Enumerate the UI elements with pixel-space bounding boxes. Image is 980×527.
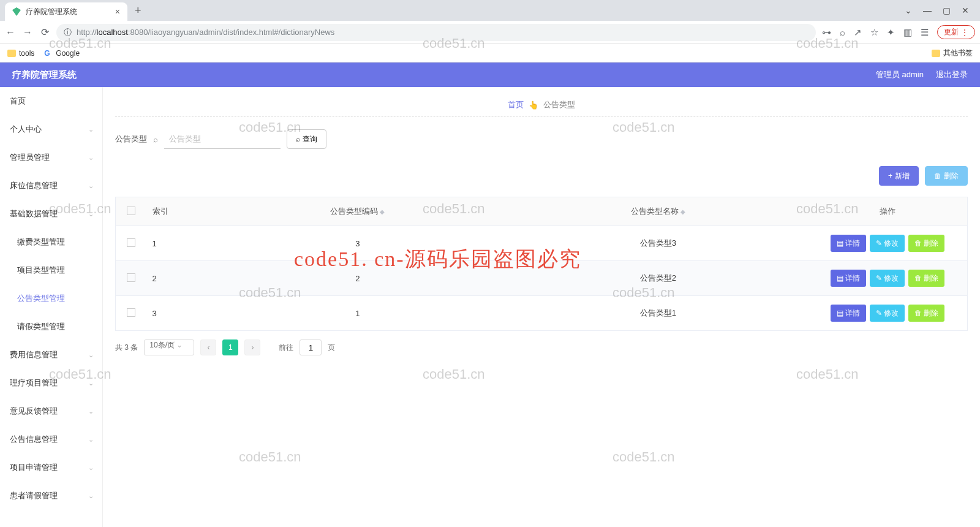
browser-chrome: 疗养院管理系统 × + ⌄ — ▢ ✕ ← → ⟳ ⓘ http://local… bbox=[0, 0, 980, 63]
chevron-down-icon[interactable]: ⌄ bbox=[905, 6, 912, 15]
close-window-icon[interactable]: ✕ bbox=[962, 6, 969, 15]
next-page-button[interactable]: › bbox=[244, 339, 260, 355]
delete-button[interactable]: 🗑删除 bbox=[925, 166, 968, 186]
sidebar-item-feedback[interactable]: 意见反馈管理⌄ bbox=[0, 397, 102, 425]
sidebar-item-bed[interactable]: 床位信息管理⌄ bbox=[0, 172, 102, 200]
chevron-down-icon: ⌄ bbox=[88, 379, 94, 387]
edit-button[interactable]: ✎ 修改 bbox=[870, 270, 905, 287]
chevron-down-icon: ⌄ bbox=[88, 154, 94, 162]
col-code[interactable]: 公告类型编码 bbox=[330, 207, 378, 216]
sidebar-item-notice[interactable]: 公告信息管理⌄ bbox=[0, 425, 102, 453]
share-icon[interactable]: ↗ bbox=[854, 27, 862, 38]
app-title: 疗养院管理系统 bbox=[12, 69, 77, 81]
close-icon[interactable]: × bbox=[115, 7, 120, 17]
pencil-icon: ✎ bbox=[876, 309, 882, 317]
breadcrumb-home[interactable]: 首页 bbox=[508, 99, 524, 110]
sidebar-item-application[interactable]: 项目申请管理⌄ bbox=[0, 453, 102, 482]
cell-code: 2 bbox=[208, 261, 508, 296]
select-all-checkbox[interactable] bbox=[127, 207, 135, 215]
chevron-down-icon: ⌄ bbox=[88, 408, 94, 415]
sidebar: 首页 个人中心⌄ 管理员管理⌄ 床位信息管理⌄ 基础数据管理⌄ 缴费类型管理 项… bbox=[0, 87, 103, 527]
sort-icon[interactable]: ◆ bbox=[380, 208, 385, 215]
user-info[interactable]: 管理员 admin bbox=[876, 69, 924, 80]
maximize-icon[interactable]: ▢ bbox=[943, 6, 951, 15]
info-icon: ⓘ bbox=[64, 27, 72, 38]
bookmark-google[interactable]: GGoogle bbox=[44, 49, 80, 58]
row-delete-button[interactable]: 🗑 删除 bbox=[908, 270, 944, 287]
back-icon[interactable]: ← bbox=[5, 27, 16, 38]
sidebar-item-leave[interactable]: 患者请假管理⌄ bbox=[0, 482, 102, 510]
search-input[interactable] bbox=[164, 129, 281, 149]
window-controls: ⌄ — ▢ ✕ bbox=[905, 6, 975, 15]
prev-page-button[interactable]: ‹ bbox=[200, 339, 216, 355]
reload-icon[interactable]: ⟳ bbox=[39, 26, 50, 38]
browser-tab[interactable]: 疗养院管理系统 × bbox=[5, 2, 127, 21]
row-delete-button[interactable]: 🗑 删除 bbox=[908, 305, 944, 322]
sidebar-item-home[interactable]: 首页 bbox=[0, 87, 102, 115]
pencil-icon: ✎ bbox=[876, 274, 882, 282]
cell-code: 3 bbox=[208, 226, 508, 261]
edit-button[interactable]: ✎ 修改 bbox=[870, 235, 905, 252]
edit-button[interactable]: ✎ 修改 bbox=[870, 305, 905, 322]
sidebar-item-basedata[interactable]: 基础数据管理⌄ bbox=[0, 200, 102, 228]
search-lens-icon[interactable]: ⌕ bbox=[840, 27, 845, 37]
col-index: 索引 bbox=[153, 207, 168, 216]
update-button[interactable]: 更新⋮ bbox=[937, 25, 975, 39]
tab-title: 疗养院管理系统 bbox=[26, 7, 77, 17]
main-content: 首页 👆 公告类型 公告类型 ⌕ ⌕查询 +新增 🗑删除 索引 公告类型编码◆ … bbox=[103, 87, 980, 527]
trash-icon: 🗑 bbox=[934, 172, 941, 180]
row-checkbox[interactable] bbox=[127, 273, 135, 282]
chevron-down-icon: ⌄ bbox=[88, 210, 94, 218]
detail-button[interactable]: ▤ 详情 bbox=[831, 235, 866, 252]
profile-icon[interactable]: ☰ bbox=[921, 27, 929, 38]
trash-icon: 🗑 bbox=[914, 274, 922, 282]
star-icon[interactable]: ☆ bbox=[870, 27, 878, 38]
add-button[interactable]: +新增 bbox=[879, 166, 919, 186]
cell-index: 1 bbox=[146, 226, 208, 261]
key-icon[interactable]: ⊶ bbox=[822, 27, 831, 38]
sidebar-subitem-project-type[interactable]: 项目类型管理 bbox=[0, 256, 102, 284]
sidebar-subitem-notice-type[interactable]: 公告类型管理 bbox=[0, 284, 102, 313]
bookmark-tools[interactable]: tools bbox=[7, 49, 34, 58]
cell-name: 公告类型1 bbox=[508, 296, 809, 331]
extensions-icon[interactable]: ✦ bbox=[887, 27, 895, 38]
goto-input[interactable] bbox=[300, 339, 322, 355]
sidebar-item-personal[interactable]: 个人中心⌄ bbox=[0, 115, 102, 143]
page-number-button[interactable]: 1 bbox=[222, 339, 238, 355]
data-table: 索引 公告类型编码◆ 公告类型名称◆ 操作 1 3 公告类型3 ▤ 详情 ✎ 修… bbox=[115, 197, 968, 331]
chevron-down-icon: ⌄ bbox=[88, 492, 94, 500]
table-row: 2 2 公告类型2 ▤ 详情 ✎ 修改 🗑 删除 bbox=[116, 261, 968, 296]
breadcrumb-current: 公告类型 bbox=[543, 99, 575, 110]
row-checkbox[interactable] bbox=[127, 308, 135, 317]
sidebar-item-expense[interactable]: 费用信息管理⌄ bbox=[0, 341, 102, 369]
sidebar-item-admin[interactable]: 管理员管理⌄ bbox=[0, 143, 102, 172]
query-button[interactable]: ⌕查询 bbox=[287, 129, 326, 149]
tab-bar: 疗养院管理系统 × + ⌄ — ▢ ✕ bbox=[0, 0, 980, 21]
side-panel-icon[interactable]: ▥ bbox=[903, 27, 912, 38]
detail-button[interactable]: ▤ 详情 bbox=[831, 270, 866, 287]
col-name[interactable]: 公告类型名称 bbox=[631, 207, 679, 216]
bookmark-other[interactable]: 其他书签 bbox=[932, 48, 973, 58]
sidebar-item-therapy[interactable]: 理疗项目管理⌄ bbox=[0, 369, 102, 397]
sort-icon[interactable]: ◆ bbox=[680, 208, 685, 215]
page-size-select[interactable]: 10条/页 ⌄ bbox=[144, 339, 194, 355]
google-icon: G bbox=[44, 49, 53, 58]
sidebar-subitem-fee-type[interactable]: 缴费类型管理 bbox=[0, 228, 102, 256]
url-input[interactable]: ⓘ http://localhost:8080/liaoyangyuan/adm… bbox=[56, 24, 816, 41]
new-tab-button[interactable]: + bbox=[135, 4, 141, 17]
minimize-icon[interactable]: — bbox=[923, 6, 932, 15]
app-header: 疗养院管理系统 管理员 admin 退出登录 bbox=[0, 63, 980, 87]
search-icon: ⌕ bbox=[296, 135, 300, 143]
sidebar-subitem-leave-type[interactable]: 请假类型管理 bbox=[0, 313, 102, 341]
col-ops: 操作 bbox=[880, 207, 895, 216]
doc-icon: ▤ bbox=[837, 239, 843, 248]
doc-icon: ▤ bbox=[837, 309, 843, 317]
trash-icon: 🗑 bbox=[914, 309, 922, 317]
row-delete-button[interactable]: 🗑 删除 bbox=[908, 235, 944, 252]
total-count: 共 3 条 bbox=[115, 343, 138, 353]
row-checkbox[interactable] bbox=[127, 238, 135, 247]
forward-icon[interactable]: → bbox=[22, 27, 33, 38]
logout-link[interactable]: 退出登录 bbox=[936, 69, 968, 80]
url-text: http://localhost:8080/liaoyangyuan/admin… bbox=[77, 28, 334, 37]
detail-button[interactable]: ▤ 详情 bbox=[831, 305, 866, 322]
